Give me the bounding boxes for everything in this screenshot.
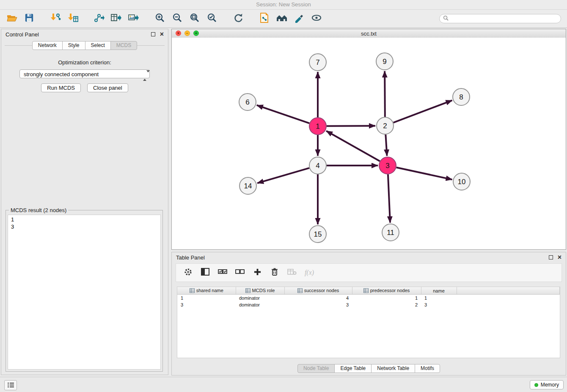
tab-network[interactable]: Network <box>32 41 63 50</box>
tab-motifs[interactable]: Motifs <box>415 364 440 373</box>
task-history-button[interactable] <box>4 380 17 390</box>
open-file-button[interactable] <box>4 11 19 26</box>
table-row[interactable]: 3dominator323 <box>177 301 560 308</box>
minimize-window-icon[interactable]: − <box>184 30 190 36</box>
graph-edge-3-11[interactable] <box>388 174 390 223</box>
delete-table-button[interactable] <box>287 268 297 278</box>
graph-edge-2-3[interactable] <box>385 135 387 156</box>
first-neighbors-button[interactable] <box>274 11 289 26</box>
table-cell[interactable]: 3 <box>177 301 236 308</box>
mcds-result-list[interactable]: 13 <box>8 215 161 370</box>
function-builder-button[interactable]: f(x) <box>304 268 314 278</box>
refresh-icon <box>233 13 243 25</box>
select-all-columns-button[interactable] <box>217 268 228 278</box>
table-cell[interactable]: 1 <box>177 295 236 302</box>
graph-edge-4-14[interactable] <box>257 168 309 183</box>
zoom-fit-button[interactable] <box>187 11 202 26</box>
trash-icon <box>271 268 278 278</box>
close-panel-button[interactable]: Close panel <box>87 83 128 92</box>
graph-node-9[interactable]: 9 <box>376 53 393 70</box>
graph-node-label: 6 <box>245 98 249 106</box>
import-network-button[interactable] <box>48 11 63 26</box>
table-cell[interactable]: 3 <box>421 301 457 308</box>
table-settings-button[interactable] <box>183 268 193 278</box>
graph-node-2[interactable]: 2 <box>377 117 394 134</box>
graph-node-label: 14 <box>244 182 252 190</box>
control-panel-header: Control Panel × <box>1 29 168 39</box>
create-column-button[interactable] <box>252 268 262 278</box>
close-table-panel-icon[interactable]: × <box>558 255 561 260</box>
export-network-button[interactable] <box>91 11 107 26</box>
refresh-view-button[interactable] <box>231 11 246 26</box>
graph-node-8[interactable]: 8 <box>453 88 470 105</box>
table-cell[interactable]: dominator <box>236 295 284 302</box>
import-table-button[interactable] <box>65 11 80 26</box>
graph-node-7[interactable]: 7 <box>309 54 326 71</box>
export-image-button[interactable] <box>126 11 141 26</box>
maximize-window-icon[interactable]: + <box>193 30 199 36</box>
network-canvas[interactable]: 7968124314101511 <box>172 38 566 249</box>
tab-edge-table[interactable]: Edge Table <box>334 364 372 373</box>
tab-network-table[interactable]: Network Table <box>371 364 415 373</box>
search-input[interactable] <box>451 15 557 22</box>
column-header-name[interactable]: name <box>421 287 457 295</box>
graph-node-label: 2 <box>383 122 387 130</box>
graph-edge-2-8[interactable] <box>394 100 452 122</box>
tab-mcds[interactable]: MCDS <box>110 41 137 50</box>
table-cell[interactable]: 4 <box>284 295 352 302</box>
unselect-all-columns-button[interactable] <box>235 268 245 278</box>
graph-node-11[interactable]: 11 <box>382 224 399 241</box>
delete-column-button[interactable] <box>270 268 280 278</box>
float-table-panel-icon[interactable] <box>549 255 553 259</box>
tab-select[interactable]: Select <box>85 41 111 50</box>
graph-node-15[interactable]: 15 <box>309 226 326 243</box>
export-table-button[interactable] <box>109 11 124 26</box>
graph-node-10[interactable]: 10 <box>453 173 470 190</box>
graph-edge-1-2[interactable] <box>327 126 375 126</box>
graph-edge-1-6[interactable] <box>257 105 309 123</box>
tab-style[interactable]: Style <box>62 41 85 50</box>
table-cell[interactable]: 3 <box>284 301 352 308</box>
zoom-out-button[interactable] <box>170 11 185 26</box>
graph-node-6[interactable]: 6 <box>239 94 256 110</box>
tab-node-table[interactable]: Node Table <box>297 364 335 373</box>
show-columns-button[interactable] <box>200 268 210 278</box>
table-row[interactable]: 1dominator411 <box>177 295 560 302</box>
graph-node-1[interactable]: 1 <box>309 118 326 135</box>
optimization-criterion-select[interactable]: strongly connected component <box>19 69 150 78</box>
list-icon <box>8 381 14 389</box>
network-view-window: × − + scc.txt 7968124314101511 <box>171 29 566 250</box>
column-header-successor-nodes[interactable]: successor nodes <box>284 287 352 295</box>
save-session-button[interactable] <box>22 11 37 26</box>
graph-node-14[interactable]: 14 <box>239 177 256 194</box>
table-cell[interactable]: dominator <box>236 301 284 308</box>
run-mcds-button[interactable]: Run MCDS <box>41 83 81 92</box>
table-cell[interactable]: 2 <box>352 301 421 308</box>
close-panel-icon[interactable]: × <box>160 32 164 37</box>
table-cell[interactable]: 1 <box>352 295 421 302</box>
show-hide-button[interactable] <box>309 11 324 26</box>
zoom-selected-button[interactable] <box>204 11 220 26</box>
column-header-predecessor-nodes[interactable]: predecessor nodes <box>352 287 421 295</box>
zoom-selected-icon <box>207 13 217 25</box>
graph-edge-3-1[interactable] <box>326 131 380 161</box>
column-header-shared-name[interactable]: shared name <box>177 287 236 295</box>
apply-style-button[interactable] <box>292 11 307 26</box>
graph-edge-3-10[interactable] <box>396 167 452 179</box>
network-graph[interactable]: 7968124314101511 <box>172 38 566 249</box>
close-window-icon[interactable]: × <box>176 30 181 36</box>
zoom-in-icon <box>155 13 165 25</box>
float-panel-icon[interactable] <box>151 32 155 36</box>
open-network-file-button[interactable] <box>257 11 272 26</box>
eye-icon <box>311 14 322 24</box>
graph-node-4[interactable]: 4 <box>309 157 326 174</box>
table-cell[interactable]: 1 <box>421 295 457 302</box>
window-titlebar[interactable]: Session: New Session <box>0 0 567 10</box>
column-header-mcds-role[interactable]: MCDS role <box>236 287 284 295</box>
graph-node-3[interactable]: 3 <box>379 157 396 174</box>
graph-edge-2-9[interactable] <box>385 71 385 117</box>
network-window-titlebar[interactable]: × − + scc.txt <box>172 29 566 38</box>
search-box[interactable] <box>439 14 561 23</box>
zoom-in-button[interactable] <box>152 11 168 26</box>
memory-button[interactable]: Memory <box>530 380 564 389</box>
